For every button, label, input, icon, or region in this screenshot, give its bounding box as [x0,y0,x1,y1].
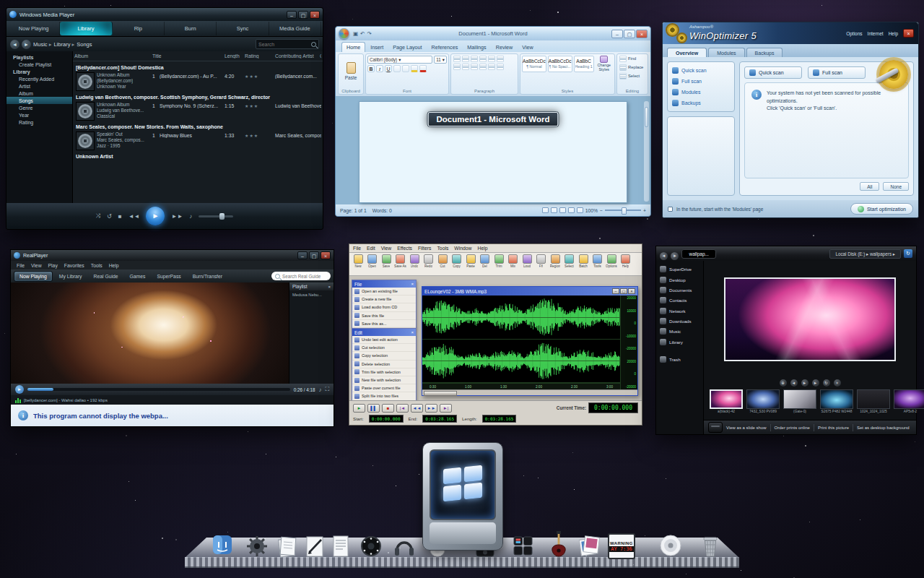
toolbar-loud-button[interactable]: Loud [520,254,533,274]
album-row[interactable]: Unknown Album Ludwig van Beethove... Cla… [74,101,321,121]
toolbar-help-button[interactable]: Help [619,254,632,274]
full-scan-button[interactable]: Full scan [808,66,866,79]
underline-button[interactable]: U [385,65,392,72]
save-button[interactable]: ▣ [353,30,358,37]
load-audio-cd-item[interactable]: Load audio from CD [352,303,416,311]
sidebar-item-rating[interactable]: Rating [6,118,72,126]
save-file-item[interactable]: Save this file [352,312,416,320]
increase-indent-button[interactable] [488,56,495,62]
toolbar-saveas-button[interactable]: Save As [394,254,407,274]
menu-tools[interactable]: Tools [91,263,103,268]
finder-icon[interactable] [208,530,237,559]
rewind-to-start-button[interactable]: |◄ [396,404,409,413]
tab-mailings[interactable]: Mailings [463,43,490,52]
tab-overview[interactable]: Overview [667,48,707,57]
maximize-button[interactable]: ▢ [298,11,308,19]
col-length[interactable]: Length [225,53,245,59]
thumbnail[interactable]: AP5v8-2 [894,389,924,413]
menu-file[interactable]: File [17,263,25,268]
paste-button[interactable]: Paste [339,54,363,88]
draft-view-button[interactable] [577,207,583,213]
text-document-icon[interactable] [326,530,355,559]
decrease-indent-button[interactable] [479,56,487,62]
volume-slider[interactable] [199,215,233,217]
strikethrough-button[interactable] [393,65,401,72]
toolbar-redo-button[interactable]: Redo [422,254,435,274]
playlist-item[interactable]: Medusa Nebu... [289,290,334,299]
breadcrumb-library[interactable]: Library [53,41,74,48]
close-button[interactable]: × [628,288,635,294]
tab-now-playing[interactable]: Now Playing [14,271,53,282]
col-album[interactable]: Album [74,53,152,59]
waveform-right-channel[interactable] [422,340,620,384]
forward-button[interactable]: ► [671,252,679,260]
sidebar-item-year[interactable]: Year [6,111,72,118]
maximize-button[interactable]: ▢ [309,251,319,259]
guitar-icon[interactable] [544,530,573,559]
slideshow-action[interactable]: View as a slide show [726,426,767,430]
start-optimization-button[interactable]: Start optimization [850,203,913,215]
subscript-button[interactable] [402,65,409,72]
new-from-selection-item[interactable]: New file with selection [352,376,416,384]
slideshow-button[interactable]: ► [801,379,808,387]
print-layout-view-button[interactable] [542,207,549,213]
tab-view[interactable]: View [518,43,537,52]
zoom-button[interactable]: ⊕ [780,379,787,387]
cut-item[interactable]: Cut selection [352,344,416,352]
order-prints-action[interactable]: Order prints online [775,426,810,430]
play-button[interactable]: ► [146,207,165,225]
zoom-level[interactable]: 100% [585,208,598,213]
shading-button[interactable] [497,64,504,70]
multilevel-list-button[interactable] [471,56,478,62]
toolbar-save-button[interactable]: Save [380,254,393,274]
back-button[interactable]: ◄ [660,252,668,260]
delete-item[interactable]: Delete selection [352,361,416,368]
word-count[interactable]: Words: 0 [372,208,392,213]
menu-help[interactable]: Help [109,263,119,268]
print-picture-action[interactable]: Print this picture [818,426,849,430]
split-file-item[interactable]: Split file into two files [352,392,416,400]
sidebar-item-create-playlist[interactable]: Create Playlist [6,61,72,68]
sidebar-downloads[interactable]: Downloads [656,316,703,326]
forward-button[interactable]: ► [22,40,31,49]
realplayer-titlebar[interactable]: RealPlayer – ▢ × [11,250,334,261]
tab-insert[interactable]: Insert [366,43,388,52]
breadcrumb-songs[interactable]: Songs [77,41,92,48]
sidebar-item-playlists[interactable]: Playlists [6,53,72,61]
select-button[interactable]: Select [617,72,648,80]
sidebar-item-artist[interactable]: Artist [6,82,72,90]
rotate-button[interactable]: ↻ [823,379,830,387]
office-button[interactable] [339,28,349,39]
shuffle-button[interactable]: ⤨ [96,212,100,220]
play-pause-button[interactable]: ► [15,385,24,394]
track-row[interactable]: 1 Highway Blues 1:33 ★★★ Marc Seales, co… [152,131,321,139]
tab-burn-transfer[interactable]: Burn/Transfer [188,272,227,281]
sidebar-music[interactable]: Music [656,327,703,336]
speaker-cone-icon[interactable] [654,530,687,559]
stop-button[interactable]: ■ [118,213,122,220]
options-menu[interactable]: Options [846,31,862,36]
album-row[interactable]: Unknown Album (Bellydancer.com) Unknown … [74,72,321,92]
menu-window[interactable]: Window [454,246,471,251]
toolbar-paste-button[interactable]: Paste [464,254,477,274]
wallpaper-preview[interactable] [724,277,896,361]
sidebar-library[interactable]: Library [656,337,703,347]
bullets-button[interactable] [453,56,461,62]
ipod-windows-dock-icon[interactable] [422,442,503,551]
change-styles-button[interactable]: Change Styles [596,56,613,72]
font-size-select[interactable]: 11▾ [434,56,447,64]
sidebar-item-library[interactable]: Library [6,68,72,75]
maximize-button[interactable]: ▢ [624,30,635,38]
sidebar-item-recently-added[interactable]: Recently Added [6,75,72,82]
tab-superpass[interactable]: SuperPass [152,272,186,281]
pause-button[interactable]: ▌▌ [367,404,380,413]
next-image-button[interactable]: ► [812,379,819,387]
sidebar-desktop[interactable]: Desktop [656,275,703,284]
paste-over-item[interactable]: Paste over current file [352,384,416,392]
thumbnail[interactable]: 1024_1024_1025 [857,389,890,413]
refresh-icon[interactable]: ↻ [904,249,912,258]
find-button[interactable]: Find [617,54,648,63]
trash-icon[interactable] [696,530,725,559]
zoom-out-button[interactable]: − [600,208,603,213]
create-new-file-item[interactable]: Create a new file [352,296,416,303]
